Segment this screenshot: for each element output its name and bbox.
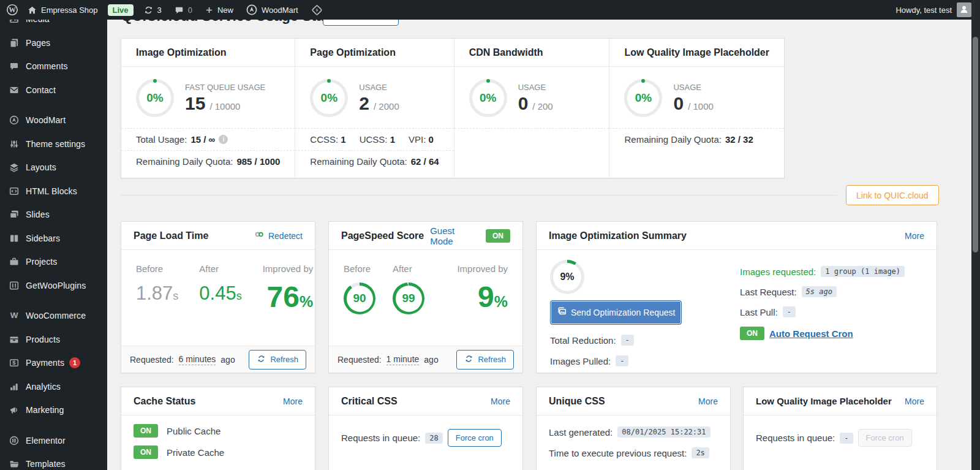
woodmart-icon	[246, 4, 258, 16]
more-link[interactable]: More	[905, 396, 924, 406]
public-cache-row: ON Public Cache	[134, 424, 303, 438]
redetect-link[interactable]: Redetect	[268, 231, 303, 241]
usage-quota: / 10000	[209, 101, 240, 112]
column-title: CDN Bandwidth	[454, 39, 609, 67]
send-optimization-request-button[interactable]: Send Optimization Request	[550, 300, 682, 325]
sidebar-item-theme-settings[interactable]: Theme settings	[0, 132, 107, 156]
sidebar-item-label: Analytics	[26, 382, 61, 392]
sidebar-item-projects[interactable]: Projects	[0, 250, 107, 274]
comments-icon	[8, 60, 20, 72]
lqip-column: Low Quality Image Placeholder 0% USAGE 0…	[609, 39, 784, 178]
analytics-icon	[8, 381, 20, 393]
woodmart-icon	[8, 114, 20, 126]
card-title: Unique CSS	[549, 396, 605, 407]
requested-time: 6 minutes	[179, 354, 216, 365]
updates-menu[interactable]: 3	[137, 0, 168, 20]
load-time-metrics: Before 1.87s After 0.45s Improved by 76%	[121, 250, 315, 312]
sidebar-item-contact[interactable]: Contact	[0, 78, 107, 102]
site-menu[interactable]: Empressa Shop	[24, 0, 104, 20]
more-link[interactable]: More	[491, 396, 510, 406]
cache-status-card: Cache Status More ON Public Cache ON Pri…	[121, 387, 315, 470]
images-icon	[557, 306, 568, 319]
live-badge: Live	[108, 4, 134, 16]
usage-statistics-card: Image Optimization 0% FAST QUEUE USAGE 1…	[121, 38, 785, 178]
usage-used: 15	[185, 93, 205, 114]
total-usage-line: Total Usage:15 / ∞ i	[121, 128, 295, 150]
card-title: Page Load Time	[134, 230, 208, 241]
sidebar-item-analytics[interactable]: Analytics	[0, 375, 107, 399]
sidebar-item-woocommerce[interactable]: WWooCommerce	[0, 304, 107, 328]
sidebar-item-label: GetWooPlugins	[26, 281, 86, 290]
projects-icon	[8, 256, 20, 268]
pages-icon	[8, 37, 20, 49]
last-request-row: Last Request: 5s ago	[740, 286, 905, 297]
scrollbar-track[interactable]	[971, 0, 980, 470]
sidebar-item-label: Comments	[26, 61, 67, 71]
new-menu[interactable]: New	[198, 0, 239, 20]
more-link[interactable]: More	[698, 396, 718, 406]
sidebar-item-label: Marketing	[26, 405, 64, 415]
sidebar-item-label: Projects	[26, 257, 57, 267]
usage-label: FAST QUEUE USAGE	[185, 83, 265, 92]
marketing-icon	[8, 404, 20, 416]
sidebar-item-sidebars[interactable]: Sidebars	[0, 227, 107, 251]
more-link[interactable]: More	[905, 231, 924, 241]
usage-quota: / 2000	[374, 101, 399, 112]
comments-menu[interactable]: 0	[168, 0, 198, 20]
sidebar-item-label: WoodMart	[26, 115, 66, 125]
avatar[interactable]	[957, 2, 971, 17]
info-icon[interactable]: i	[219, 135, 228, 144]
admin-sidebar: MediaPagesCommentsContactWoodMartTheme s…	[0, 0, 107, 470]
howdy-text[interactable]: Howdy, test test	[895, 6, 952, 15]
auto-request-cron-link[interactable]: Auto Request Cron	[769, 328, 853, 339]
sidebar-item-marketing[interactable]: Marketing	[0, 398, 107, 422]
more-link[interactable]: More	[283, 396, 303, 406]
sidebar-item-products[interactable]: Products	[0, 328, 107, 352]
sidebar-item-getwooplugins[interactable]: GetWooPlugins	[0, 274, 107, 298]
svg-text:W: W	[9, 6, 16, 14]
plugin-diamond-icon[interactable]	[304, 0, 330, 20]
scrollbar-thumb[interactable]	[973, 37, 978, 252]
image-optimization-column: Image Optimization 0% FAST QUEUE USAGE 1…	[121, 39, 295, 178]
refresh-button[interactable]: Refresh	[249, 350, 306, 370]
card-title: Low Quality Image Placeholder	[756, 396, 892, 406]
woodmart-menu[interactable]: WoodMart	[239, 0, 304, 20]
update-icon	[143, 5, 154, 15]
refresh-icon	[257, 354, 266, 365]
usage-percent-circle: 0%	[310, 79, 348, 117]
refresh-button[interactable]: Refresh	[456, 350, 514, 370]
card-title: Critical CSS	[341, 396, 398, 407]
payments-icon: $	[8, 357, 20, 369]
card-title: Cache Status	[134, 396, 195, 407]
sidebar-item-layouts[interactable]: Layouts	[0, 156, 107, 180]
sidebar-item-label: WooCommerce	[26, 311, 86, 320]
sidebar-item-woodmart[interactable]: WoodMart	[0, 108, 107, 132]
templates-icon	[8, 458, 20, 470]
usage-quota: / 1000	[688, 101, 714, 112]
main-content: QUIC.cloud Service Usage Statistics Imag…	[107, 0, 971, 470]
sidebar-item-elementor[interactable]: Elementor	[0, 429, 107, 453]
card-footer: Requested: 1 minute ago Refresh	[329, 346, 522, 373]
sidebar-item-pages[interactable]: Pages	[0, 31, 107, 55]
usage-percent-circle: 0%	[136, 79, 174, 117]
sidebar-item-slides[interactable]: Slides	[0, 203, 107, 227]
usage-used: 2	[359, 93, 369, 114]
guest-mode-link[interactable]: Guest Mode	[430, 226, 480, 246]
usage-used: 0	[673, 93, 684, 114]
link-to-quic-cloud-button[interactable]: Link to QUIC.cloud	[846, 185, 939, 205]
svg-text:$: $	[12, 359, 16, 366]
sidebar-item-payments[interactable]: $Payments1	[0, 351, 107, 375]
card-title: PageSpeed Score	[341, 230, 424, 241]
sidebar-item-label: Slides	[26, 210, 50, 219]
wordpress-logo-icon[interactable]: W	[0, 0, 24, 20]
column-title: Page Optimization	[295, 39, 453, 67]
page-load-time-card: Page Load Time Redetect Before 1.87s Aft…	[121, 221, 315, 373]
usage-percent-circle: 0%	[624, 79, 662, 117]
force-cron-button[interactable]: Force cron	[448, 429, 502, 447]
sidebar-item-html-blocks[interactable]: HTML Blocks	[0, 180, 107, 203]
on-badge: ON	[134, 445, 158, 459]
reduction-ring: 9%	[550, 260, 584, 294]
sidebar-item-templates[interactable]: Templates	[0, 452, 107, 470]
sidebar-item-comments[interactable]: Comments	[0, 55, 107, 78]
usage-row: 0% FAST QUEUE USAGE 15/ 10000	[121, 67, 295, 128]
